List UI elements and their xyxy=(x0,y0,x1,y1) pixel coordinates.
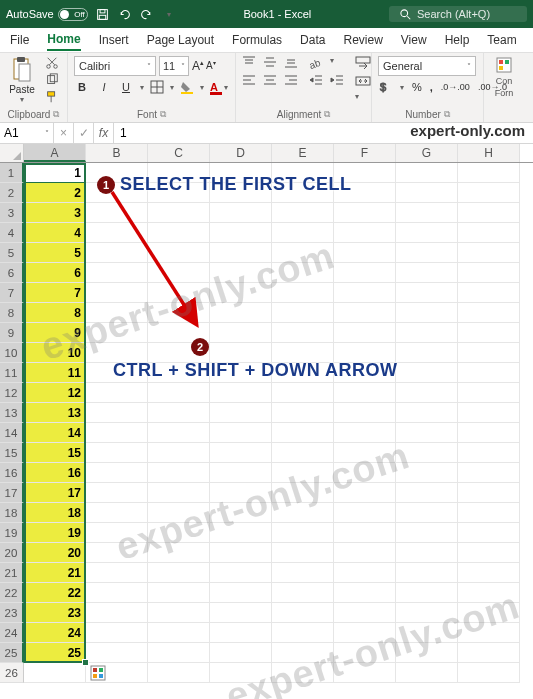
cell[interactable] xyxy=(334,443,396,463)
row-header[interactable]: 12 xyxy=(0,383,24,403)
qat-dropdown-icon[interactable]: ▾ xyxy=(162,7,176,21)
cell[interactable] xyxy=(86,503,148,523)
cell[interactable] xyxy=(272,443,334,463)
cell[interactable] xyxy=(458,463,520,483)
cell[interactable] xyxy=(86,623,148,643)
accounting-format-icon[interactable]: $ xyxy=(378,80,392,94)
cell[interactable] xyxy=(148,603,210,623)
col-header[interactable]: F xyxy=(334,144,396,162)
cell[interactable]: 8 xyxy=(24,303,86,323)
tab-insert[interactable]: Insert xyxy=(99,30,129,50)
cell[interactable] xyxy=(334,383,396,403)
cell[interactable] xyxy=(396,343,458,363)
cell[interactable] xyxy=(272,463,334,483)
cell[interactable] xyxy=(396,303,458,323)
format-painter-icon[interactable] xyxy=(43,90,61,104)
cell[interactable] xyxy=(210,623,272,643)
cell[interactable] xyxy=(396,163,458,183)
cell[interactable] xyxy=(334,663,396,683)
cell[interactable] xyxy=(458,543,520,563)
cut-icon[interactable] xyxy=(43,56,61,70)
cell[interactable]: 14 xyxy=(24,423,86,443)
chevron-down-icon[interactable]: ▾ xyxy=(140,83,144,92)
cell[interactable] xyxy=(334,643,396,663)
cell[interactable] xyxy=(334,323,396,343)
cell[interactable] xyxy=(86,263,148,283)
cell[interactable] xyxy=(458,663,520,683)
cell[interactable] xyxy=(210,323,272,343)
row-header[interactable]: 15 xyxy=(0,443,24,463)
cell[interactable] xyxy=(458,223,520,243)
cell[interactable] xyxy=(86,323,148,343)
cell[interactable] xyxy=(210,263,272,283)
cell[interactable] xyxy=(396,423,458,443)
cell[interactable] xyxy=(148,243,210,263)
chevron-down-icon[interactable]: ▾ xyxy=(224,83,228,92)
row-header[interactable]: 8 xyxy=(0,303,24,323)
tab-page-layout[interactable]: Page Layout xyxy=(147,30,214,50)
cell[interactable] xyxy=(458,583,520,603)
cell[interactable] xyxy=(334,303,396,323)
cell[interactable] xyxy=(396,623,458,643)
cell[interactable] xyxy=(148,543,210,563)
align-bottom-icon[interactable] xyxy=(284,56,300,70)
cell[interactable] xyxy=(210,223,272,243)
align-center-icon[interactable] xyxy=(263,74,279,88)
cell[interactable] xyxy=(396,483,458,503)
row-header[interactable]: 21 xyxy=(0,563,24,583)
cell[interactable] xyxy=(210,283,272,303)
row-header[interactable]: 7 xyxy=(0,283,24,303)
cell[interactable] xyxy=(396,663,458,683)
cell[interactable] xyxy=(334,463,396,483)
row-header[interactable]: 9 xyxy=(0,323,24,343)
cell[interactable] xyxy=(334,523,396,543)
increase-indent-icon[interactable] xyxy=(330,74,346,88)
row-header[interactable]: 17 xyxy=(0,483,24,503)
cell[interactable] xyxy=(458,283,520,303)
cell[interactable] xyxy=(210,583,272,603)
cell[interactable] xyxy=(148,203,210,223)
launcher-icon[interactable]: ⧉ xyxy=(160,109,166,120)
cell[interactable] xyxy=(458,263,520,283)
cell[interactable] xyxy=(210,243,272,263)
cell[interactable] xyxy=(86,443,148,463)
cell[interactable]: 10 xyxy=(24,343,86,363)
font-name-select[interactable]: Calibri˅ xyxy=(74,56,156,76)
row-header[interactable]: 14 xyxy=(0,423,24,443)
row-header[interactable]: 5 xyxy=(0,243,24,263)
row-header[interactable]: 19 xyxy=(0,523,24,543)
cell[interactable] xyxy=(86,223,148,243)
cell[interactable] xyxy=(148,523,210,543)
cell[interactable]: 4 xyxy=(24,223,86,243)
cell[interactable] xyxy=(334,563,396,583)
cell[interactable] xyxy=(210,643,272,663)
merge-center-icon[interactable] xyxy=(355,74,371,88)
cell[interactable] xyxy=(272,523,334,543)
cell[interactable] xyxy=(396,503,458,523)
cell[interactable] xyxy=(458,603,520,623)
cell[interactable] xyxy=(148,303,210,323)
cell[interactable] xyxy=(86,303,148,323)
cell[interactable] xyxy=(396,203,458,223)
cell[interactable] xyxy=(210,383,272,403)
cell[interactable] xyxy=(396,523,458,543)
cell[interactable] xyxy=(86,563,148,583)
cell[interactable]: 23 xyxy=(24,603,86,623)
increase-font-icon[interactable]: A▴ xyxy=(192,59,204,73)
cell[interactable] xyxy=(148,503,210,523)
cell[interactable] xyxy=(210,563,272,583)
cell[interactable] xyxy=(210,303,272,323)
undo-icon[interactable] xyxy=(118,7,132,21)
cell[interactable] xyxy=(458,363,520,383)
cell[interactable]: 17 xyxy=(24,483,86,503)
cell[interactable] xyxy=(458,303,520,323)
row-header[interactable]: 22 xyxy=(0,583,24,603)
cell[interactable] xyxy=(272,623,334,643)
col-header[interactable]: H xyxy=(458,144,520,162)
row-header[interactable]: 24 xyxy=(0,623,24,643)
increase-decimal-icon[interactable]: .0→.00 xyxy=(441,82,470,92)
cell[interactable] xyxy=(86,643,148,663)
row-header[interactable]: 25 xyxy=(0,643,24,663)
row-header[interactable]: 13 xyxy=(0,403,24,423)
cell[interactable] xyxy=(458,423,520,443)
